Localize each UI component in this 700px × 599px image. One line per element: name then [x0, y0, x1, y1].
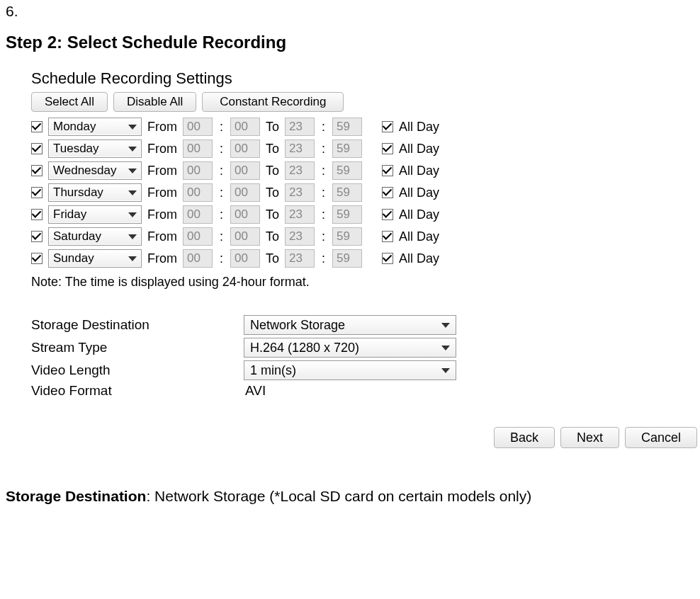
from-hour-input[interactable]: 00 [183, 139, 213, 158]
day-select[interactable]: Monday [48, 118, 142, 136]
allday-checkbox[interactable] [382, 143, 393, 154]
allday-label: All Day [399, 142, 439, 156]
allday-checkbox[interactable] [382, 187, 393, 198]
to-min-input[interactable]: 59 [332, 183, 362, 202]
to-label: To [266, 229, 279, 244]
from-hour-input[interactable]: 00 [183, 161, 213, 180]
storage-destination-footnote-bold: Storage Destination [6, 488, 146, 504]
day-select-value: Sunday [53, 251, 94, 266]
to-min-input[interactable]: 59 [332, 249, 362, 268]
allday-label: All Day [399, 229, 439, 244]
day-enable-checkbox[interactable] [31, 121, 43, 132]
to-hour-input[interactable]: 23 [285, 118, 315, 136]
day-select-value: Wednesday [53, 164, 116, 178]
settings-section: Storage Destination Network Storage Stre… [31, 315, 577, 399]
from-label: From [147, 120, 177, 135]
time-colon: : [220, 229, 223, 244]
schedule-row: Monday From 00 : 00 To 23 : 59 All Day [31, 118, 577, 136]
allday-checkbox[interactable] [382, 253, 393, 264]
video-length-value: 1 min(s) [250, 363, 296, 378]
day-select[interactable]: Tuesday [48, 139, 142, 158]
to-hour-input[interactable]: 23 [285, 161, 315, 180]
footer-button-row: Back Next Cancel [31, 427, 697, 448]
chevron-down-icon [128, 190, 137, 195]
section-number: 6. [6, 3, 694, 20]
day-select[interactable]: Sunday [48, 249, 142, 268]
to-hour-input[interactable]: 23 [285, 205, 315, 224]
time-colon: : [322, 229, 325, 244]
from-hour-input[interactable]: 00 [183, 205, 213, 224]
from-hour-input[interactable]: 00 [183, 249, 213, 268]
chevron-down-icon [128, 212, 137, 217]
to-min-input[interactable]: 59 [332, 139, 362, 158]
day-enable-checkbox[interactable] [31, 209, 43, 220]
chevron-down-icon [128, 169, 137, 173]
allday-checkbox[interactable] [382, 209, 393, 220]
from-min-input[interactable]: 00 [230, 205, 260, 224]
from-min-input[interactable]: 00 [230, 249, 260, 268]
day-select-value: Tuesday [53, 142, 99, 156]
day-enable-checkbox[interactable] [31, 165, 43, 176]
day-select[interactable]: Friday [48, 205, 142, 224]
constant-recording-button[interactable]: Constant Recording [202, 92, 344, 112]
day-select-value: Monday [53, 120, 96, 134]
allday-checkbox[interactable] [382, 121, 393, 132]
allday-checkbox[interactable] [382, 231, 393, 242]
day-select-value: Friday [53, 207, 86, 222]
day-enable-checkbox[interactable] [31, 231, 43, 242]
day-enable-checkbox[interactable] [31, 187, 43, 198]
from-min-input[interactable]: 00 [230, 139, 260, 158]
allday-label: All Day [399, 251, 439, 266]
time-colon: : [220, 207, 223, 222]
to-label: To [266, 207, 279, 222]
to-hour-input[interactable]: 23 [285, 227, 315, 246]
from-min-input[interactable]: 00 [230, 183, 260, 202]
panel-title: Schedule Recording Settings [31, 69, 577, 88]
storage-destination-select[interactable]: Network Storage [244, 315, 456, 335]
chevron-down-icon [128, 125, 137, 130]
to-hour-input[interactable]: 23 [285, 139, 315, 158]
from-label: From [147, 186, 177, 200]
time-colon: : [220, 164, 223, 178]
chevron-down-icon [441, 368, 450, 373]
to-label: To [266, 120, 279, 135]
next-button[interactable]: Next [560, 427, 619, 448]
to-hour-input[interactable]: 23 [285, 249, 315, 268]
step-heading: Step 2: Select Schedule Recording [6, 33, 694, 52]
allday-checkbox[interactable] [382, 165, 393, 176]
from-hour-input[interactable]: 00 [183, 227, 213, 246]
from-min-input[interactable]: 00 [230, 161, 260, 180]
day-select[interactable]: Wednesday [48, 161, 142, 180]
from-min-input[interactable]: 00 [230, 118, 260, 136]
day-select[interactable]: Saturday [48, 227, 142, 246]
time-colon: : [322, 251, 325, 266]
schedule-row: Wednesday From 00 : 00 To 23 : 59 All Da… [31, 161, 577, 180]
select-all-button[interactable]: Select All [31, 92, 108, 112]
allday-label: All Day [399, 207, 439, 222]
to-min-input[interactable]: 59 [332, 227, 362, 246]
cancel-button[interactable]: Cancel [625, 427, 697, 448]
from-label: From [147, 251, 177, 266]
stream-type-select[interactable]: H.264 (1280 x 720) [244, 338, 456, 358]
back-button[interactable]: Back [494, 427, 555, 448]
to-label: To [266, 251, 279, 266]
to-min-input[interactable]: 59 [332, 205, 362, 224]
disable-all-button[interactable]: Disable All [113, 92, 196, 112]
schedule-row: Sunday From 00 : 00 To 23 : 59 All Day [31, 249, 577, 268]
day-select[interactable]: Thursday [48, 183, 142, 202]
time-colon: : [322, 120, 325, 135]
to-min-input[interactable]: 59 [332, 161, 362, 180]
from-hour-input[interactable]: 00 [183, 118, 213, 136]
to-min-input[interactable]: 59 [332, 118, 362, 136]
allday-label: All Day [399, 186, 439, 200]
video-length-select[interactable]: 1 min(s) [244, 360, 456, 380]
from-label: From [147, 164, 177, 178]
allday-label: All Day [399, 164, 439, 178]
from-hour-input[interactable]: 00 [183, 183, 213, 202]
time-colon: : [322, 164, 325, 178]
chevron-down-icon [128, 256, 137, 261]
to-hour-input[interactable]: 23 [285, 183, 315, 202]
day-enable-checkbox[interactable] [31, 143, 43, 154]
day-enable-checkbox[interactable] [31, 253, 43, 264]
from-min-input[interactable]: 00 [230, 227, 260, 246]
